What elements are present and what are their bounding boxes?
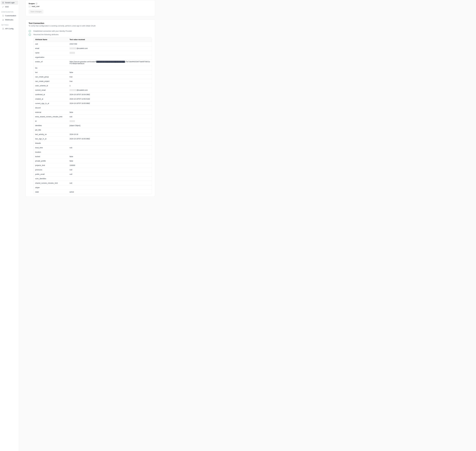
table-row: extra_shared_runners_minutes_limitnull — [34, 115, 152, 119]
nav-item-social-login[interactable]: Social Login — [1, 0, 18, 5]
table-row: commit_email██████@scalekit.com — [34, 88, 152, 92]
attr-name: locked — [34, 154, 68, 159]
table-row: stateactive — [34, 190, 152, 194]
attr-name: created_at — [34, 97, 68, 101]
test-connection-description: To verify that configuration is working … — [29, 25, 152, 27]
attr-name: organization — [34, 55, 68, 60]
table-header-value: Test value received — [68, 38, 152, 42]
attr-value: null — [68, 181, 152, 185]
table-row: shared_runners_minutes_limitnull — [34, 181, 152, 185]
nav-label: SSO — [5, 6, 9, 8]
attr-value: https://secure.gravatar.com/avatar/9████… — [68, 60, 152, 66]
nav-label: Customization — [5, 15, 16, 17]
table-row: projects_limit100000 — [34, 163, 152, 168]
attr-value: [object Object] — [68, 123, 152, 128]
nav-item-webhooks[interactable]: Webhooks — [1, 18, 18, 22]
table-row: avatar_urlhttps://secure.gravatar.com/av… — [34, 60, 152, 66]
scope-checkbox[interactable] — [29, 5, 31, 7]
svg-point-5 — [2, 20, 3, 20]
attr-value — [68, 66, 152, 70]
svg-rect-1 — [3, 2, 4, 2]
attr-name: discord — [34, 106, 68, 110]
attr-name: projects_limit — [34, 163, 68, 168]
table-row: color_scheme_id1 — [34, 84, 152, 88]
attr-name: identities — [34, 123, 68, 128]
table-row: job_title — [34, 128, 152, 132]
attr-value: true — [68, 79, 152, 84]
redacted-text: ████ — [70, 52, 75, 54]
svg-point-6 — [3, 20, 4, 20]
svg-rect-0 — [2, 2, 3, 2]
nav-item-sso[interactable]: SSO — [1, 5, 18, 9]
table-row: id████ — [34, 119, 152, 123]
table-row: public_emailnull — [34, 172, 152, 176]
scopes-card: Scopes read_user Save changes — [26, 0, 155, 16]
attr-value: false — [68, 70, 152, 75]
attr-value: null — [68, 172, 152, 176]
attr-name: external — [34, 110, 68, 115]
table-row: discord — [34, 106, 152, 110]
attr-value: ████ — [68, 51, 152, 55]
save-changes-button[interactable]: Save changes — [29, 10, 43, 14]
table-row: private_profilefalse — [34, 159, 152, 163]
attr-name: private_profile — [34, 159, 68, 163]
attr-value: false — [68, 154, 152, 159]
attr-name: last_sign_in_at — [34, 137, 68, 141]
table-row: scim_identities — [34, 176, 152, 181]
table-row: email██████@scalekit.com — [34, 46, 152, 51]
file-icon — [2, 28, 4, 30]
attr-value: false — [68, 159, 152, 163]
attr-name: last_activity_on — [34, 132, 68, 137]
attr-name: can_create_group — [34, 75, 68, 79]
nav-item-customization[interactable]: Customization — [1, 13, 18, 18]
attr-name: confirmed_at — [34, 92, 68, 97]
attr-name: bio — [34, 66, 68, 70]
svg-point-7 — [3, 19, 3, 19]
attr-value: true — [68, 75, 152, 79]
table-row: location — [34, 150, 152, 154]
nav-label: Social Login — [5, 2, 15, 4]
attr-value: 23317150 — [68, 42, 152, 46]
table-header-name: Attribute Name — [34, 38, 68, 42]
success-icon — [29, 34, 31, 36]
attr-name: job_title — [34, 128, 68, 132]
nav-item-api-config[interactable]: API Config — [1, 26, 18, 31]
attr-value: 2024-10-16T07:16:05.966Z — [68, 101, 152, 106]
nav-section-configuration: CONFIGURATION — [1, 9, 18, 13]
attr-name: local_time — [34, 145, 68, 150]
attr-name: avatar_url — [34, 60, 68, 66]
attr-name: public_email — [34, 172, 68, 176]
attributes-table: Attribute Name Test value received sub23… — [34, 38, 152, 194]
nav-section-settings: SETTINGS — [1, 22, 18, 26]
table-row: confirmed_at2024-10-16T07:16:04.066Z — [34, 92, 152, 97]
attr-name: email — [34, 46, 68, 51]
table-row: bio — [34, 66, 152, 70]
attr-value — [68, 176, 152, 181]
attr-name: bot — [34, 70, 68, 75]
attr-value: null — [68, 145, 152, 150]
shield-icon — [2, 15, 4, 17]
success-icon — [29, 30, 31, 32]
table-row: botfalse — [34, 70, 152, 75]
scope-checkbox-row: read_user — [29, 5, 152, 7]
attr-name: sub — [34, 42, 68, 46]
key-icon — [2, 6, 4, 8]
table-row: linkedin — [34, 141, 152, 145]
attr-name: scim_identities — [34, 176, 68, 181]
svg-point-4 — [2, 7, 3, 7]
table-row: identities[object Object] — [34, 123, 152, 128]
nav-label: API Config — [5, 28, 13, 30]
redacted-text: ██████ — [70, 48, 77, 49]
info-icon — [36, 3, 38, 5]
table-row: last_activity_on2024-10-16 — [34, 132, 152, 137]
attr-name: color_scheme_id — [34, 84, 68, 88]
timeline: Established connection with your Identit… — [29, 30, 152, 36]
attributes-table-wrap: Attribute Name Test value received sub23… — [33, 37, 152, 194]
attr-name: skype — [34, 185, 68, 190]
attr-name: location — [34, 150, 68, 154]
scopes-title: Scopes — [29, 3, 35, 5]
table-row: local_timenull — [34, 145, 152, 150]
attr-value: false — [68, 110, 152, 115]
attr-name: current_sign_in_at — [34, 101, 68, 106]
attr-value — [68, 128, 152, 132]
